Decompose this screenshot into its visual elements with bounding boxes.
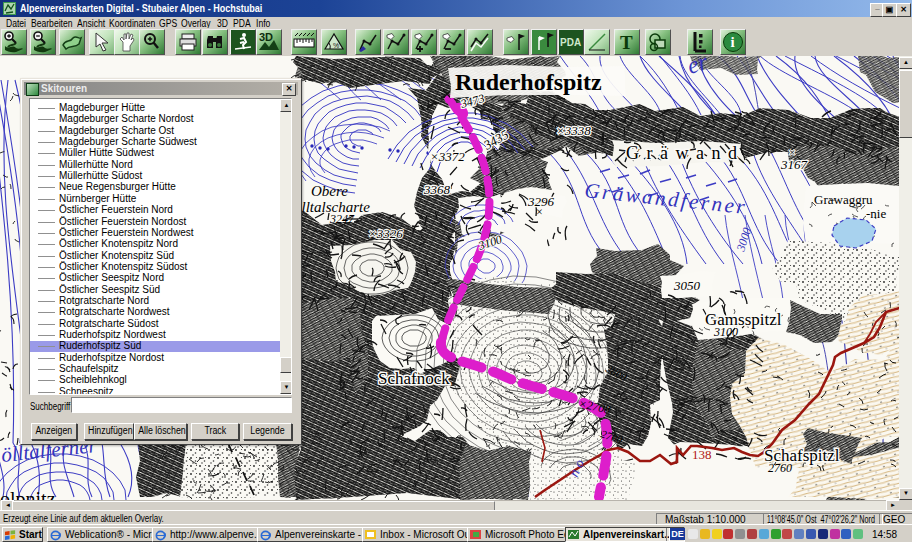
svg-text:Obere: Obere [311, 183, 348, 199]
svg-text:Grawaggru: Grawaggru [814, 192, 873, 207]
svg-text:3100: 3100 [713, 325, 738, 339]
svg-text:2760: 2760 [768, 461, 792, 475]
svg-text:×3338: ×3338 [556, 123, 591, 138]
svg-text:3D: 3D [259, 31, 273, 43]
svg-text:PDA: PDA [560, 37, 581, 48]
svg-text:3167: 3167 [780, 157, 808, 172]
svg-text:Ruderhofspitz: Ruderhofspitz [455, 69, 602, 95]
svg-text:3247: 3247 [329, 212, 355, 226]
svg-text:Schafnock: Schafnock [378, 369, 450, 388]
svg-text:138: 138 [692, 447, 712, 462]
svg-text:%: % [333, 42, 339, 49]
svg-text:i: i [731, 34, 735, 50]
svg-text:3050: 3050 [673, 278, 701, 293]
svg-text:×: × [536, 205, 543, 219]
svg-text:×3372: ×3372 [430, 149, 465, 164]
svg-text:-nie: -nie [866, 206, 886, 221]
svg-text:×3326: ×3326 [368, 226, 403, 241]
svg-text:T: T [620, 32, 633, 53]
svg-text:G r ä w a n d: G r ä w a n d [626, 143, 738, 163]
svg-text:olpnitz: olpnitz [0, 488, 56, 500]
svg-text:3368: 3368 [423, 182, 451, 197]
